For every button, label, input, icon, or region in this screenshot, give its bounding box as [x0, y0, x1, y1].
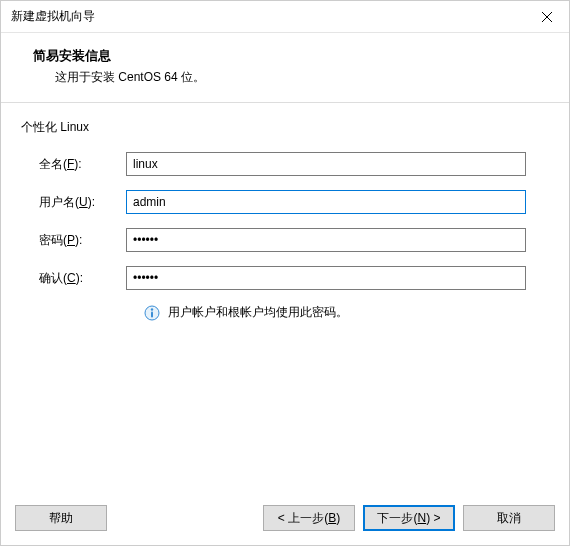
back-button[interactable]: < 上一步(B): [263, 505, 355, 531]
username-label: 用户名(U):: [21, 194, 126, 211]
header-title: 简易安装信息: [33, 47, 545, 65]
password-row: 密码(P):: [21, 228, 549, 252]
confirm-input[interactable]: [126, 266, 526, 290]
confirm-row: 确认(C):: [21, 266, 549, 290]
section-label: 个性化 Linux: [21, 119, 549, 136]
help-button[interactable]: 帮助: [15, 505, 107, 531]
username-row: 用户名(U):: [21, 190, 549, 214]
wizard-header: 简易安装信息 这用于安装 CentOS 64 位。: [1, 33, 569, 103]
confirm-label: 确认(C):: [21, 270, 126, 287]
password-label: 密码(P):: [21, 232, 126, 249]
info-row: 用户帐户和根帐户均使用此密码。: [21, 304, 549, 321]
username-input[interactable]: [126, 190, 526, 214]
next-button[interactable]: 下一步(N) >: [363, 505, 455, 531]
svg-point-3: [151, 308, 153, 310]
info-text: 用户帐户和根帐户均使用此密码。: [168, 304, 348, 321]
wizard-window: 新建虚拟机向导 简易安装信息 这用于安装 CentOS 64 位。 个性化 Li…: [0, 0, 570, 546]
fullname-label: 全名(F):: [21, 156, 126, 173]
wizard-content: 个性化 Linux 全名(F): 用户名(U): 密码(P): 确认(C): 用…: [1, 103, 569, 495]
svg-rect-4: [151, 311, 153, 317]
titlebar: 新建虚拟机向导: [1, 1, 569, 33]
close-icon: [542, 12, 552, 22]
cancel-button[interactable]: 取消: [463, 505, 555, 531]
fullname-row: 全名(F):: [21, 152, 549, 176]
password-input[interactable]: [126, 228, 526, 252]
wizard-footer: 帮助 < 上一步(B) 下一步(N) > 取消: [1, 495, 569, 545]
window-title: 新建虚拟机向导: [11, 8, 524, 25]
close-button[interactable]: [524, 2, 569, 32]
info-icon: [144, 305, 160, 321]
header-subtitle: 这用于安装 CentOS 64 位。: [33, 69, 545, 86]
fullname-input[interactable]: [126, 152, 526, 176]
